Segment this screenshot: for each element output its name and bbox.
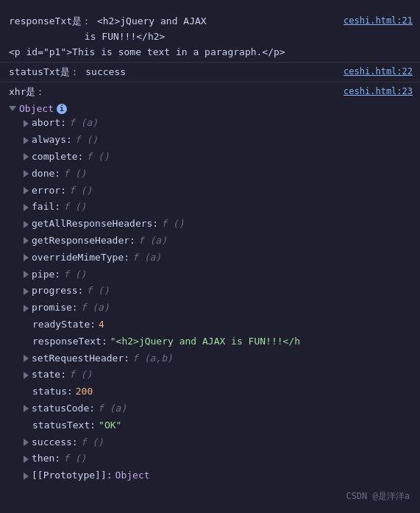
responsetxt-label: responseTxt是： — [9, 15, 91, 26]
object-properties: abort: f (a) always: f () complete: f ()… — [9, 115, 414, 484]
prop-complete[interactable]: complete: f () — [24, 149, 414, 166]
prop-responsetext-value: "<h2>jQuery and AJAX is FUN!!!</h — [110, 334, 300, 350]
prop-complete-key: complete: — [32, 149, 83, 165]
prop-status: status: 200 — [24, 383, 414, 400]
log-entry-statustxt: statusTxt是： success ceshi.html:22 — [0, 63, 420, 82]
console-panel: responseTxt是： <h2>jQuery and AJAX is FUN… — [0, 7, 420, 490]
prop-state-key: state: — [32, 367, 66, 383]
prop-then[interactable]: then: f () — [24, 450, 414, 467]
prop-then-func: f () — [63, 451, 86, 467]
responsetxt-file[interactable]: ceshi.html:21 — [336, 15, 420, 26]
watermark: CSDN @是洋洋a — [346, 490, 410, 503]
prop-abort-key: abort: — [32, 116, 66, 131]
prop-state-triangle[interactable] — [24, 372, 29, 379]
object-collapse-triangle[interactable] — [9, 106, 16, 111]
log-content-responsetxt: responseTxt是： <h2>jQuery and AJAX is FUN… — [0, 13, 336, 60]
prop-prototype-triangle[interactable] — [24, 473, 29, 480]
prop-abort[interactable]: abort: f (a) — [24, 115, 414, 132]
log-entry-xhr: xhr是： ceshi.html:23 — [0, 82, 420, 102]
prop-progress-func: f () — [86, 283, 109, 299]
prop-readystate-key: readyState: — [32, 317, 96, 333]
prop-state-func: f () — [69, 367, 92, 383]
prop-abort-func: f (a) — [69, 116, 98, 131]
prop-state[interactable]: state: f () — [24, 367, 414, 383]
prop-getresponseheader-func: f (a) — [138, 233, 167, 249]
prop-promise-key: promise: — [32, 300, 78, 316]
xhr-file[interactable]: ceshi.html:23 — [336, 85, 420, 97]
prop-responsetext-key: responseText: — [32, 334, 107, 350]
prop-readystate-value: 4 — [99, 317, 104, 333]
prop-fail-func: f () — [63, 199, 86, 215]
prop-fail-key: fail: — [32, 199, 60, 215]
responsetxt-content: responseTxt是： <h2>jQuery and AJAX is FUN… — [9, 14, 330, 60]
prop-statustext-value: "OK" — [99, 418, 121, 434]
prop-abort-triangle[interactable] — [24, 120, 29, 127]
prop-setrequestheader-func: f (a,b) — [132, 351, 173, 367]
prop-statuscode-func: f (a) — [98, 401, 127, 417]
prop-success-key: success: — [32, 435, 78, 450]
prop-getresponseheader[interactable]: getResponseHeader: f (a) — [24, 233, 414, 250]
prop-progress-triangle[interactable] — [24, 288, 29, 295]
prop-then-key: then: — [32, 451, 60, 467]
prop-overridemimetype-func: f (a) — [132, 250, 161, 266]
prop-overridemimetype-key: overrideMimeType: — [32, 250, 129, 266]
prop-statuscode-triangle[interactable] — [24, 405, 29, 412]
prop-prototype[interactable]: [[Prototype]]: Object — [24, 467, 414, 484]
prop-promise-func: f (a) — [81, 300, 110, 316]
prop-pipe-triangle[interactable] — [24, 271, 29, 278]
log-content-xhr: xhr是： — [0, 84, 336, 100]
prop-getresponseheader-key: getResponseHeader: — [32, 233, 135, 249]
prop-done-func: f () — [63, 166, 86, 182]
prop-setrequestheader[interactable]: setRequestHeader: f (a,b) — [24, 350, 414, 367]
prop-error[interactable]: error: f () — [24, 183, 414, 199]
prop-success-triangle[interactable] — [24, 439, 29, 446]
object-section: Object i abort: f (a) always: f () compl… — [0, 101, 420, 486]
prop-overridemimetype-triangle[interactable] — [24, 254, 29, 261]
prop-progress[interactable]: progress: f () — [24, 283, 414, 300]
prop-pipe[interactable]: pipe: f () — [24, 266, 414, 283]
prop-status-key: status: — [32, 384, 73, 400]
responsetxt-value1: <h2>jQuery and AJAX — [97, 15, 207, 26]
prop-responsetext: responseText: "<h2>jQuery and AJAX is FU… — [24, 333, 414, 350]
prop-error-triangle[interactable] — [24, 187, 29, 194]
prop-pipe-func: f () — [63, 267, 86, 283]
prop-success-func: f () — [81, 435, 104, 450]
statustxt-file[interactable]: ceshi.html:22 — [336, 66, 420, 77]
prop-success[interactable]: success: f () — [24, 434, 414, 451]
prop-fail-triangle[interactable] — [24, 204, 29, 211]
prop-prototype-key: [[Prototype]]: — [32, 468, 113, 484]
prop-getallresponseheaders-func: f () — [161, 216, 184, 232]
prop-always[interactable]: always: f () — [24, 132, 414, 149]
object-header[interactable]: Object i — [9, 102, 414, 115]
prop-promise-triangle[interactable] — [24, 305, 29, 312]
prop-setrequestheader-triangle[interactable] — [24, 355, 29, 362]
prop-fail[interactable]: fail: f () — [24, 199, 414, 216]
prop-complete-func: f () — [86, 149, 109, 165]
log-content-statustxt: statusTxt是： success — [0, 64, 336, 80]
prop-status-value: 200 — [76, 384, 93, 400]
object-info-badge[interactable]: i — [57, 104, 67, 114]
prop-statustext: statusText: "OK" — [24, 417, 414, 434]
prop-getallresponseheaders-key: getAllResponseHeaders: — [32, 216, 158, 232]
prop-error-key: error: — [32, 183, 66, 199]
statustxt-value: success — [85, 66, 126, 77]
prop-overridemimetype[interactable]: overrideMimeType: f (a) — [24, 250, 414, 266]
prop-done[interactable]: done: f () — [24, 166, 414, 183]
prop-then-triangle[interactable] — [24, 456, 29, 463]
prop-done-triangle[interactable] — [24, 170, 29, 177]
prop-always-triangle[interactable] — [24, 137, 29, 144]
prop-statuscode-key: statusCode: — [32, 401, 95, 417]
prop-complete-triangle[interactable] — [24, 153, 29, 160]
responsetxt-value3: <p id="p1">This is some text in a paragr… — [9, 46, 285, 57]
prop-getallresponseheaders-triangle[interactable] — [24, 221, 29, 228]
prop-setrequestheader-key: setRequestHeader: — [32, 351, 129, 367]
prop-readystate: readyState: 4 — [24, 316, 414, 333]
prop-getallresponseheaders[interactable]: getAllResponseHeaders: f () — [24, 216, 414, 233]
prop-promise[interactable]: promise: f (a) — [24, 300, 414, 316]
object-type-label: Object — [19, 103, 54, 114]
prop-statustext-key: statusText: — [32, 418, 96, 434]
prop-getresponseheader-triangle[interactable] — [24, 237, 29, 244]
log-entry-responsetxt: responseTxt是： <h2>jQuery and AJAX is FUN… — [0, 12, 420, 62]
responsetxt-value2: is FUN!!!</h2> — [85, 31, 165, 42]
prop-statuscode[interactable]: statusCode: f (a) — [24, 400, 414, 417]
